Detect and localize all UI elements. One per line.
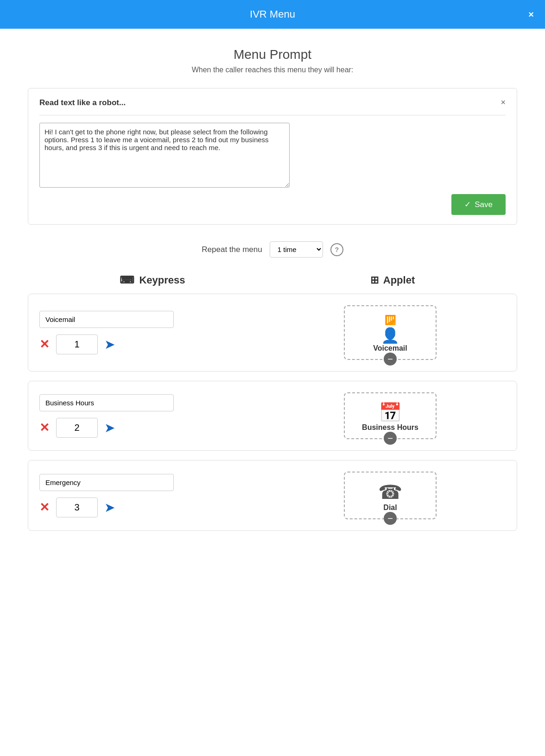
keypress-icon: ⌨	[120, 274, 134, 286]
key-controls-businesshours: ✕ ➤	[39, 418, 270, 438]
prompt-card: Read text like a robot... × ✓ Save	[28, 88, 517, 225]
delete-button-emergency[interactable]: ✕	[39, 500, 50, 515]
repeat-label: Repeat the menu	[202, 245, 262, 254]
applet-container-dial: ☎ Dial −	[275, 472, 506, 519]
keypress-left-voicemail: ✕ ➤	[39, 311, 270, 354]
key-input-businesshours[interactable]	[56, 418, 98, 438]
delete-button-voicemail[interactable]: ✕	[39, 337, 50, 352]
applet-remove-voicemail[interactable]: −	[384, 353, 397, 365]
applet-grid-icon: ⊞	[370, 274, 379, 286]
prompt-textarea[interactable]	[39, 123, 290, 188]
delete-button-businesshours[interactable]: ✕	[39, 421, 50, 435]
applet-remove-dial[interactable]: −	[384, 512, 397, 525]
keypress-left-businesshours: ✕ ➤	[39, 394, 270, 438]
prompt-card-header: Read text like a robot... ×	[39, 98, 506, 115]
applet-box-voicemail: 📶 👤 Voicemail −	[344, 305, 437, 360]
table-row: ✕ ➤ 📅 Business Hours −	[28, 381, 517, 451]
applet-header-label: Applet	[383, 274, 415, 286]
applet-name-dial: Dial	[351, 504, 429, 512]
applet-column-header: ⊞ Applet	[272, 274, 513, 286]
save-label: Save	[475, 200, 493, 209]
applet-name-voicemail: Voicemail	[351, 344, 429, 353]
keypress-header-label: Keypress	[139, 274, 185, 286]
applet-container-voicemail: 📶 👤 Voicemail −	[275, 305, 506, 360]
calendar-applet-icon: 📅	[351, 402, 429, 423]
save-button[interactable]: ✓ Save	[451, 194, 506, 215]
applet-name-businesshours: Business Hours	[351, 423, 429, 432]
columns-header: ⌨ Keypress ⊞ Applet	[28, 274, 517, 286]
prompt-card-label: Read text like a robot...	[39, 98, 126, 107]
repeat-select[interactable]: 1 time 2 times 3 times Never	[270, 241, 323, 258]
keypress-column-header: ⌨ Keypress	[32, 274, 272, 286]
key-input-voicemail[interactable]	[56, 334, 98, 354]
table-row: ✕ ➤ ☎ Dial −	[28, 460, 517, 531]
page-subtitle: When the caller reaches this menu they w…	[28, 66, 517, 74]
keypress-name-input-businesshours[interactable]	[39, 394, 174, 411]
dialog-title: IVR Menu	[250, 8, 295, 20]
prompt-card-close-button[interactable]: ×	[501, 98, 506, 107]
dialog-content: Menu Prompt When the caller reaches this…	[0, 29, 545, 756]
dialog-header: IVR Menu ×	[0, 0, 545, 29]
arrow-icon-emergency: ➤	[104, 500, 115, 515]
key-input-emergency[interactable]	[56, 498, 98, 517]
applet-container-businesshours: 📅 Business Hours −	[275, 392, 506, 439]
voicemail-applet-icon: 📶 👤	[351, 315, 429, 344]
dial-applet-icon: ☎	[351, 481, 429, 504]
keypress-name-input-voicemail[interactable]	[39, 311, 174, 328]
arrow-icon-businesshours: ➤	[104, 420, 115, 435]
repeat-row: Repeat the menu 1 time 2 times 3 times N…	[28, 241, 517, 258]
applet-box-dial: ☎ Dial −	[344, 472, 437, 519]
prompt-actions: ✓ Save	[39, 194, 506, 215]
applet-remove-businesshours[interactable]: −	[384, 432, 397, 445]
checkmark-icon: ✓	[464, 200, 471, 209]
applet-box-businesshours: 📅 Business Hours −	[344, 392, 437, 439]
keypress-name-input-emergency[interactable]	[39, 474, 174, 491]
keypress-left-emergency: ✕ ➤	[39, 474, 270, 517]
key-controls-emergency: ✕ ➤	[39, 498, 270, 517]
table-row: ✕ ➤ 📶 👤 Voicemail −	[28, 294, 517, 372]
key-controls-voicemail: ✕ ➤	[39, 334, 270, 354]
dialog-close-button[interactable]: ×	[528, 9, 534, 20]
help-icon[interactable]: ?	[330, 243, 343, 256]
page-title: Menu Prompt	[28, 47, 517, 62]
help-icon-label: ?	[335, 246, 339, 253]
arrow-icon-voicemail: ➤	[104, 337, 115, 352]
